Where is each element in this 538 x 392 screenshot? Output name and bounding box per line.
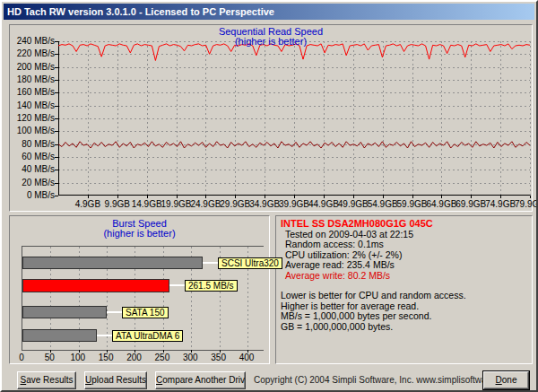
bar-label-connector (169, 284, 185, 286)
sequential-read-panel: Sequential Read Speed (higher is better)… (9, 24, 533, 212)
burst-x-tick-label: 400 (239, 353, 255, 362)
x-tick-label: 74.9GB (485, 199, 516, 209)
bar-label-connector (97, 335, 112, 336)
burst-bar-1 (22, 257, 203, 269)
y-tick-label: 100 MB/s (10, 126, 55, 136)
burst-bar-label: ATA UltraDMA 6 (112, 330, 183, 342)
x-tick-label: 54.9GB (368, 199, 398, 209)
x-tick-label: 39.9GB (279, 199, 309, 209)
burst-bar-label: SATA 150 (122, 307, 169, 318)
x-tick-label: 14.9GB (132, 199, 162, 209)
note-gb-definition: GB = 1,000,000,000 bytes. (281, 322, 529, 333)
burst-x-tick-label: 0 (19, 353, 24, 362)
sequential-read-plot (58, 41, 530, 196)
y-tick-label: 220 MB/s (10, 48, 55, 59)
y-tick-label: 180 MB/s (10, 74, 55, 85)
x-tick-label: 44.9GB (308, 199, 339, 209)
x-tick-label: 29.9GB (220, 199, 250, 209)
x-tick-label: 9.9GB (105, 199, 130, 209)
bar-label-connector (107, 311, 122, 313)
burst-x-tick-label: 50 (45, 353, 55, 362)
note-mbs-definition: MB/s = 1,000,000 bytes per second. (281, 311, 529, 322)
save-results-button[interactable]: Save Results (17, 371, 76, 389)
burst-x-tick-label: 150 (99, 353, 114, 362)
burst-x-tick-label: 200 (126, 353, 142, 362)
y-tick-label: 140 MB/s (10, 100, 55, 111)
drive-info-panel: INTEL SS DSA2MH080G1G 045C Tested on 200… (275, 215, 533, 364)
burst-x-tick-label: 300 (183, 353, 198, 362)
x-tick-label: 64.9GB (426, 199, 456, 209)
y-tick-label: 0 MB/s (10, 190, 55, 201)
y-tick-label: 60 MB/s (10, 152, 55, 162)
burst-bar-label: 261.5 MB/s (185, 280, 238, 292)
hd-tach-window: HD Tach RW version 3.0.1.0 - Licensed to… (0, 0, 538, 392)
y-tick-label: 80 MB/s (10, 139, 55, 150)
sequential-plot-svg (58, 41, 530, 196)
copyright-text: Copyright (C) 2004 Simpli Software, Inc.… (254, 375, 480, 385)
x-tick-label: 19.9GB (161, 199, 192, 209)
random-access: Random access: 0.1ms (285, 240, 529, 250)
burst-bar-2 (22, 279, 169, 292)
drive-model: INTEL SS DSA2MH080G1G 045C (281, 219, 529, 230)
upload-results-button[interactable]: Upload Results (84, 371, 147, 389)
average-write: Average write: 80.2 MB/s (285, 271, 529, 282)
x-tick-label: 4.9GB (75, 199, 100, 209)
x-tick-label: 49.9GB (338, 199, 369, 209)
y-tick-label: 200 MB/s (10, 62, 55, 73)
burst-chart-subtitle: (higher is better) (10, 228, 269, 239)
title-bar[interactable]: HD Tach RW version 3.0.1.0 - Licensed to… (4, 4, 534, 20)
burst-bar-4 (22, 329, 97, 342)
bar-label-connector (203, 262, 218, 264)
burst-bar-3 (22, 306, 107, 318)
done-button[interactable]: Done (483, 371, 529, 389)
burst-speed-plot: SCSI Ultra320261.5 MB/sSATA 150ATA Ultra… (22, 246, 264, 351)
y-tick-label: 40 MB/s (10, 164, 55, 175)
average-read: Average read: 235.4 MB/s (285, 260, 529, 271)
x-tick-label: 69.9GB (456, 199, 486, 209)
y-tick-label: 20 MB/s (10, 178, 55, 188)
burst-x-tick-label: 100 (70, 353, 85, 362)
compare-another-drive-button[interactable]: Compare Another Drive (155, 371, 246, 389)
burst-x-tick-label: 250 (155, 353, 170, 362)
burst-x-tick-label: 350 (211, 353, 226, 362)
burst-bar-label: SCSI Ultra320 (218, 257, 282, 269)
sequential-write-trace (58, 142, 530, 148)
sequential-chart-subtitle: (higher is better) (10, 36, 532, 47)
window-title: HD Tach RW version 3.0.1.0 - Licensed to… (7, 6, 274, 17)
burst-speed-panel: Burst Speed (higher is better) SCSI Ultr… (9, 215, 270, 364)
done-button-frame: Done (482, 370, 530, 390)
y-tick-label: 160 MB/s (10, 87, 55, 98)
y-tick-label: 120 MB/s (10, 113, 55, 124)
x-tick-label: 24.9GB (190, 199, 221, 209)
x-tick-label: 79.9GB (515, 199, 538, 209)
note-lower-better: Lower is better for CPU and random acces… (281, 291, 529, 301)
x-tick-label: 34.9GB (249, 199, 280, 209)
x-tick-label: 59.9GB (397, 199, 428, 209)
